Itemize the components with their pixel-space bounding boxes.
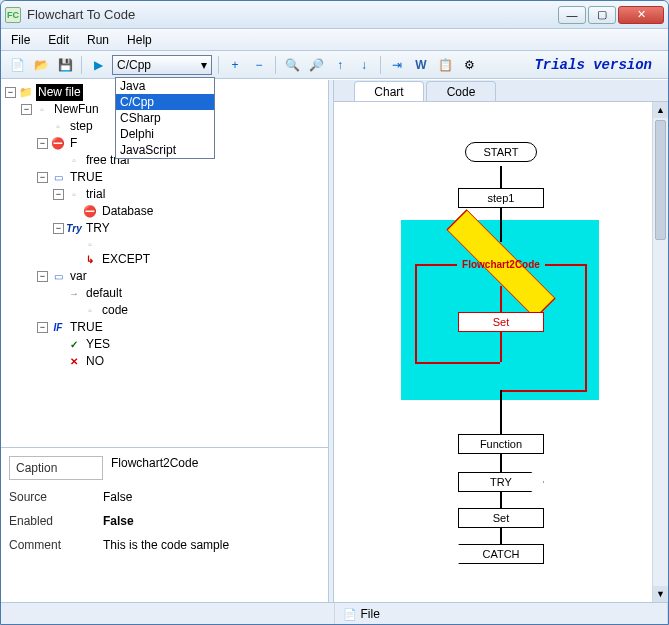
lang-option-javascript[interactable]: JavaScript — [116, 142, 214, 158]
expander-icon[interactable]: − — [5, 87, 16, 98]
export-icon[interactable]: 📋 — [435, 55, 455, 75]
catch-node[interactable]: CATCH — [458, 544, 544, 564]
up-arrow-icon[interactable]: ↑ — [330, 55, 350, 75]
status-file-label: File — [361, 607, 380, 621]
expander-icon[interactable]: − — [21, 104, 32, 115]
prop-comment-value[interactable]: This is the code sample — [103, 538, 320, 552]
menu-file[interactable]: File — [7, 31, 34, 49]
spacer — [53, 356, 64, 367]
language-dropdown[interactable]: Java C/Cpp CSharp Delphi JavaScript — [115, 77, 215, 159]
menu-help[interactable]: Help — [123, 31, 156, 49]
code-icon — [83, 304, 97, 318]
expander-icon[interactable]: − — [53, 189, 64, 200]
down-arrow-icon[interactable]: ↓ — [354, 55, 374, 75]
tab-code[interactable]: Code — [426, 81, 496, 101]
tree-item-default[interactable]: default — [3, 285, 326, 302]
prop-caption-value[interactable]: Flowchart2Code — [111, 456, 320, 480]
folder-icon — [19, 86, 33, 100]
scroll-up-icon[interactable]: ▲ — [653, 102, 668, 118]
tree-item-try-body[interactable] — [3, 237, 326, 251]
separator — [81, 56, 82, 74]
decision-node[interactable]: Flowchart2Code — [456, 242, 546, 286]
tree-item-database[interactable]: Database — [3, 203, 326, 220]
tree-label: NewFun — [52, 101, 101, 118]
prop-enabled-label: Enabled — [9, 514, 103, 528]
tab-chart[interactable]: Chart — [354, 81, 424, 101]
menu-edit[interactable]: Edit — [44, 31, 73, 49]
run-icon[interactable]: ▶ — [88, 55, 108, 75]
set-node[interactable]: Set — [458, 312, 544, 332]
tree-item-var[interactable]: − var — [3, 268, 326, 285]
step1-node[interactable]: step1 — [458, 188, 544, 208]
file-icon — [343, 607, 361, 621]
start-node[interactable]: START — [465, 142, 537, 162]
tree-label: TRUE — [68, 319, 105, 336]
statusbar: File — [1, 602, 668, 624]
tree-label: var — [68, 268, 89, 285]
lang-option-csharp[interactable]: CSharp — [116, 110, 214, 126]
connector — [500, 286, 502, 312]
prop-comment: Comment This is the code sample — [9, 538, 320, 552]
save-icon[interactable]: 💾 — [55, 55, 75, 75]
expander-icon[interactable]: − — [53, 223, 64, 234]
spacer — [53, 339, 64, 350]
prop-enabled-value[interactable]: False — [103, 514, 320, 528]
zoom-out-icon[interactable]: 🔎 — [306, 55, 326, 75]
new-file-icon[interactable]: 📄 — [7, 55, 27, 75]
function-node[interactable]: Function — [458, 434, 544, 454]
status-file: File — [335, 603, 669, 624]
scroll-down-icon[interactable]: ▼ — [653, 586, 668, 602]
vertical-scrollbar[interactable]: ▲ ▼ — [652, 102, 668, 602]
prop-source-value[interactable]: False — [103, 490, 320, 504]
close-button[interactable]: ✕ — [618, 6, 664, 24]
default-icon — [67, 287, 81, 301]
expander-icon[interactable]: − — [37, 271, 48, 282]
tree-item-yes[interactable]: YES — [3, 336, 326, 353]
lang-option-ccpp[interactable]: C/Cpp — [116, 94, 214, 110]
connector — [500, 528, 502, 544]
open-icon[interactable]: 📂 — [31, 55, 51, 75]
try-node[interactable]: TRY — [458, 472, 544, 492]
flowchart-canvas[interactable]: START step1 Flowchart2Code Set — [371, 112, 631, 592]
expander-icon[interactable]: − — [37, 138, 48, 149]
connector — [500, 390, 502, 434]
trials-label: Trials version — [534, 57, 652, 73]
settings-icon[interactable]: ⚙ — [459, 55, 479, 75]
tree-label: TRY — [84, 220, 112, 237]
maximize-button[interactable]: ▢ — [588, 6, 616, 24]
zoom-in-icon[interactable]: 🔍 — [282, 55, 302, 75]
remove-icon[interactable]: − — [249, 55, 269, 75]
tree-item-trial[interactable]: − trial — [3, 186, 326, 203]
chart-area[interactable]: START step1 Flowchart2Code Set — [334, 102, 668, 602]
prop-source: Source False — [9, 490, 320, 504]
scroll-thumb[interactable] — [655, 120, 666, 240]
tree-item-true1[interactable]: − TRUE — [3, 169, 326, 186]
tree-item-except[interactable]: EXCEPT — [3, 251, 326, 268]
word-export-icon[interactable]: W — [411, 55, 431, 75]
lang-option-delphi[interactable]: Delphi — [116, 126, 214, 142]
import-icon[interactable]: ⇥ — [387, 55, 407, 75]
app-icon: FC — [5, 7, 21, 23]
language-select[interactable]: C/Cpp ▾ — [112, 55, 212, 75]
tree-item-try[interactable]: − Try TRY — [3, 220, 326, 237]
lang-option-java[interactable]: Java — [116, 78, 214, 94]
expander-icon[interactable]: − — [37, 322, 48, 333]
connector — [500, 492, 502, 508]
menu-run[interactable]: Run — [83, 31, 113, 49]
minimize-button[interactable]: — — [558, 6, 586, 24]
properties-panel: Caption Flowchart2Code Source False Enab… — [1, 447, 328, 602]
menubar: File Edit Run Help — [1, 29, 668, 51]
set2-node[interactable]: Set — [458, 508, 544, 528]
tree-label: EXCEPT — [100, 251, 152, 268]
spacer — [53, 155, 64, 166]
tree-root-label[interactable]: New file — [36, 84, 83, 101]
tree-item-no[interactable]: NO — [3, 353, 326, 370]
tree-item-code[interactable]: code — [3, 302, 326, 319]
check-icon — [67, 338, 81, 352]
add-icon[interactable]: + — [225, 55, 245, 75]
tree-item-true2[interactable]: − IF TRUE — [3, 319, 326, 336]
except-icon — [83, 253, 97, 267]
expander-icon[interactable]: − — [37, 172, 48, 183]
titlebar: FC Flowchart To Code — ▢ ✕ — [1, 1, 668, 29]
tree-label: YES — [84, 336, 112, 353]
